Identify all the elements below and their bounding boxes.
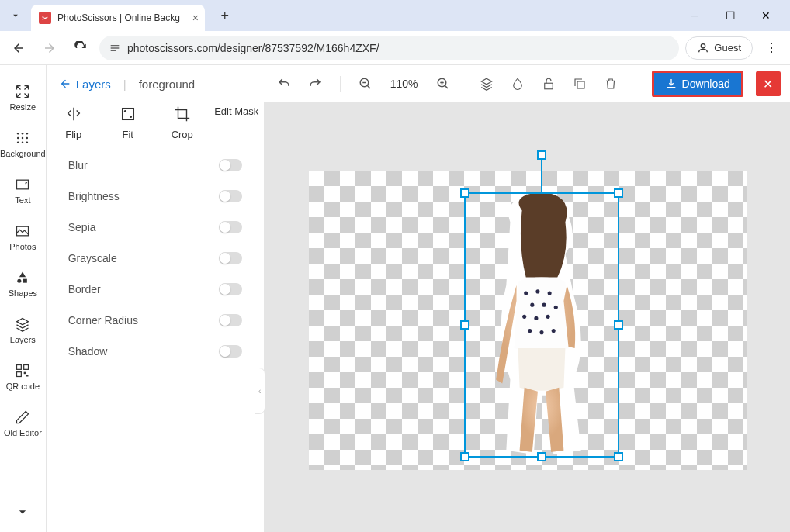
handle-e[interactable] [614, 320, 623, 330]
favicon-icon: ✂ [39, 12, 51, 24]
toggle-grayscale[interactable] [219, 252, 242, 264]
rotate-handle[interactable] [537, 150, 546, 160]
option-label: Brightness [68, 190, 120, 202]
site-settings-icon[interactable] [109, 42, 121, 54]
handle-ne[interactable] [614, 188, 623, 198]
svg-point-1 [17, 133, 19, 135]
guest-label: Guest [714, 42, 741, 54]
option-brightness: Brightness [68, 181, 242, 212]
undo-icon[interactable] [275, 74, 293, 93]
zoom-out-icon[interactable] [356, 74, 375, 93]
sidebar-panel: Layers | foreground Flip Fit Crop Edit M… [47, 65, 264, 532]
window-close-icon[interactable]: ✕ [754, 4, 778, 27]
unlock-icon[interactable] [539, 74, 558, 93]
tool-fit[interactable]: Fit [101, 105, 155, 140]
qrcode-icon [15, 363, 30, 378]
fit-icon [120, 105, 137, 123]
rail-item-label: Old Editor [4, 428, 42, 437]
svg-rect-13 [23, 279, 27, 283]
option-corner-radius: Corner Radius [68, 305, 242, 336]
back-to-layers-link[interactable]: Layers [59, 78, 111, 91]
toggle-brightness[interactable] [219, 190, 242, 202]
canvas-stage[interactable] [264, 102, 790, 532]
back-icon[interactable] [6, 36, 31, 60]
new-tab-button[interactable]: + [214, 5, 236, 26]
rail-item-label: Shapes [9, 288, 37, 298]
handle-s[interactable] [537, 452, 546, 461]
handle-w[interactable] [460, 320, 469, 330]
rail-item-label: Resize [10, 102, 36, 112]
toggle-shadow[interactable] [219, 345, 242, 358]
rail-more-icon[interactable] [0, 492, 46, 532]
window-minimize-icon[interactable]: ─ [683, 4, 706, 27]
trash-icon[interactable] [601, 74, 620, 93]
rail-item-label: QR code [6, 382, 40, 391]
svg-rect-16 [17, 372, 22, 377]
option-label: Sepia [68, 221, 96, 233]
tab-close-icon[interactable]: × [192, 12, 199, 24]
sidebar-header: Layers | foreground [47, 65, 264, 102]
background-icon [15, 130, 30, 146]
tool-crop[interactable]: Crop [155, 105, 210, 140]
breadcrumb-separator: | [123, 78, 126, 91]
download-button[interactable]: Download [652, 71, 743, 97]
rail-item-label: Background [0, 149, 46, 158]
breadcrumb-current: foreground [139, 78, 196, 91]
option-shadow: Shadow [68, 336, 242, 367]
app-main: Resize Background Text Photos Shapes Lay… [0, 65, 790, 532]
close-panel-button[interactable]: ✕ [756, 71, 781, 96]
svg-rect-10 [17, 180, 29, 189]
svg-point-7 [17, 142, 19, 144]
toggle-sepia[interactable] [219, 221, 242, 233]
tool-label: Crop [172, 129, 193, 140]
svg-rect-14 [17, 365, 22, 370]
tool-flip[interactable]: Flip [47, 105, 101, 140]
svg-rect-18 [26, 375, 29, 377]
handle-sw[interactable] [460, 452, 469, 461]
handle-nw[interactable] [460, 188, 469, 198]
toggle-corner-radius[interactable] [219, 314, 242, 326]
tab-dropdown-icon[interactable] [6, 6, 25, 25]
zoom-in-icon[interactable] [434, 74, 452, 93]
url-input[interactable]: photoscissors.com/designer/87537592/M166… [99, 36, 679, 60]
guest-profile-button[interactable]: Guest [685, 36, 753, 60]
layers-toolbar-icon[interactable] [477, 74, 496, 93]
reload-icon[interactable] [68, 36, 93, 60]
svg-rect-19 [122, 109, 133, 120]
tool-edit-mask[interactable]: Edit Mask [210, 105, 264, 140]
rail-item-photos[interactable]: Photos [0, 214, 46, 261]
option-label: Shadow [68, 345, 108, 358]
rail-item-resize[interactable]: Resize [0, 74, 46, 121]
rail-item-qrcode[interactable]: QR code [0, 354, 46, 400]
browser-menu-icon[interactable]: ⋮ [759, 36, 784, 60]
rail-item-label: Photos [9, 242, 36, 251]
svg-point-3 [26, 133, 29, 135]
browser-tab-strip: ✂ PhotoScissors | Online Backg × + ─ ☐ ✕ [0, 0, 790, 31]
rail-item-background[interactable]: Background [0, 121, 46, 168]
handle-se[interactable] [614, 452, 623, 461]
toggle-blur[interactable] [219, 159, 242, 171]
rail-item-label: Layers [10, 335, 36, 344]
toolbar-separator [636, 76, 636, 92]
rail-item-layers[interactable]: Layers [0, 307, 46, 354]
option-label: Border [68, 283, 101, 295]
option-grayscale: Grayscale [68, 243, 242, 274]
duplicate-icon[interactable] [570, 74, 589, 93]
drop-icon[interactable] [508, 74, 527, 93]
option-label: Blur [68, 159, 88, 171]
rail-item-old-editor[interactable]: Old Editor [0, 400, 46, 447]
window-maximize-icon[interactable]: ☐ [719, 4, 742, 27]
svg-point-21 [130, 116, 132, 118]
selection-box[interactable] [464, 192, 619, 458]
toggle-border[interactable] [219, 283, 242, 295]
tool-row: Flip Fit Crop Edit Mask [47, 102, 264, 150]
browser-address-bar: photoscissors.com/designer/87537592/M166… [0, 31, 790, 65]
redo-icon[interactable] [306, 74, 324, 93]
rail-item-shapes[interactable]: Shapes [0, 261, 46, 307]
option-label: Corner Radius [68, 314, 138, 326]
rail-item-text[interactable]: Text [0, 168, 46, 214]
browser-tab[interactable]: ✂ PhotoScissors | Online Backg × [31, 5, 205, 31]
tab-title: PhotoScissors | Online Backg [57, 12, 180, 23]
crop-icon [174, 105, 191, 123]
toolbar-separator [340, 76, 341, 92]
